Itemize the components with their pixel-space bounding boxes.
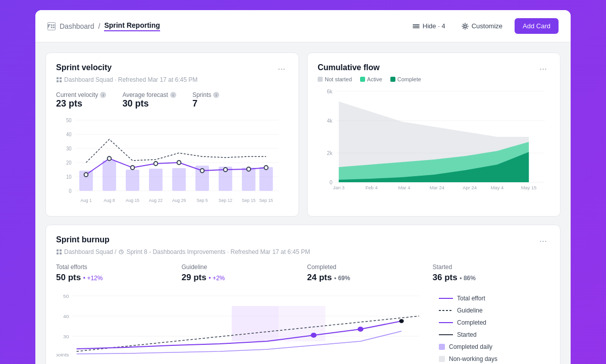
svg-point-30 <box>84 173 88 177</box>
svg-point-32 <box>131 166 135 170</box>
svg-text:Aug 1: Aug 1 <box>80 198 92 203</box>
svg-point-37 <box>247 167 251 171</box>
sprint-velocity-chart: 50 40 30 20 10 0 <box>56 115 288 206</box>
sprint-burnup-title: Sprint burnup <box>56 235 110 244</box>
legend-not-started: Not started <box>318 76 352 82</box>
cumulative-flow-chart: 6k 4k 2k 0 <box>318 86 550 177</box>
svg-text:40: 40 <box>63 314 69 319</box>
sprint-burnup-more-button[interactable]: ··· <box>536 235 550 246</box>
svg-text:Feb 4: Feb 4 <box>366 185 378 190</box>
sprint-icon <box>118 249 124 255</box>
svg-rect-29 <box>260 167 273 191</box>
hide-button[interactable]: Hide · 4 <box>409 19 449 33</box>
svg-rect-7 <box>57 80 59 82</box>
svg-rect-23 <box>126 170 139 191</box>
svg-rect-1 <box>53 24 55 26</box>
sprint-velocity-more-button[interactable]: ··· <box>275 63 288 74</box>
svg-text:6k: 6k <box>327 89 333 94</box>
svg-text:Aug 22: Aug 22 <box>149 198 163 203</box>
svg-rect-66 <box>60 252 62 254</box>
breadcrumb-separator: / <box>98 22 100 30</box>
svg-text:50: 50 <box>66 118 72 123</box>
current-velocity-stat: Current velocity i 23 pts <box>56 91 106 109</box>
burnup-stats: Total efforts 50 pts • +12% Guideline 29… <box>56 264 550 283</box>
sprint-burnup-meta: Dashboard Squad / Sprint 8 - Dashboards … <box>56 248 550 255</box>
sprint-velocity-header: Sprint velocity ··· <box>56 63 288 74</box>
svg-point-34 <box>177 161 181 165</box>
legend-active: Active <box>360 76 382 82</box>
legend-completed: Completed <box>439 319 550 326</box>
svg-rect-2 <box>51 26 53 28</box>
sprint-velocity-title: Sprint velocity <box>56 63 112 72</box>
svg-text:30: 30 <box>63 334 69 339</box>
sprint-burnup-header: Sprint burnup ··· <box>56 235 550 246</box>
svg-point-38 <box>264 166 268 170</box>
svg-rect-75 <box>232 306 279 341</box>
average-forecast-stat: Average forecast i 30 pts <box>122 91 176 109</box>
legend-complete: Complete <box>390 76 421 82</box>
svg-text:2k: 2k <box>327 150 333 156</box>
dashed-line-icon <box>439 309 453 311</box>
legend-total-effort: Total effort <box>439 295 550 302</box>
info-icon-2: i <box>170 92 176 98</box>
svg-point-36 <box>224 168 228 172</box>
svg-text:May 4: May 4 <box>491 185 504 190</box>
top-row: Sprint velocity ··· Dashboard Squad · Re… <box>45 53 561 217</box>
svg-point-79 <box>358 327 364 332</box>
started-stat: Started 36 pts • 86% <box>433 264 550 283</box>
info-icon: i <box>100 92 106 98</box>
content: Sprint velocity ··· Dashboard Squad · Re… <box>35 42 571 364</box>
dashboard-icon <box>47 22 56 30</box>
header-actions: Hide · 4 Customize Add Card <box>409 18 559 34</box>
svg-rect-76 <box>279 306 326 341</box>
svg-rect-6 <box>60 77 62 79</box>
legend-completed-daily: Completed daily <box>439 343 550 350</box>
burnup-legend: Total effort Guideline Completed Started <box>439 291 550 362</box>
svg-rect-63 <box>57 249 59 251</box>
svg-point-78 <box>311 333 317 338</box>
gear-icon <box>462 23 469 30</box>
current-velocity-value: 23 pts <box>56 98 106 109</box>
svg-point-33 <box>154 162 158 166</box>
burnup-bottom: 50 40 30 points <box>56 291 550 362</box>
sprint-burnup-card: Sprint burnup ··· Dashboard Squad / Spri… <box>45 225 561 364</box>
svg-text:20: 20 <box>66 160 72 166</box>
sprint-velocity-meta: Dashboard Squad · Refreshed Mar 17 at 6:… <box>56 76 288 83</box>
svg-point-35 <box>200 169 205 173</box>
svg-rect-25 <box>172 168 186 191</box>
svg-text:points: points <box>56 352 69 357</box>
dashboard-small-icon-2 <box>56 249 62 255</box>
svg-rect-65 <box>57 252 59 254</box>
sprints-stat: Sprints i 7 <box>192 91 219 109</box>
svg-text:0: 0 <box>69 188 72 194</box>
breadcrumb-current: Sprint Reporting <box>104 21 160 31</box>
cumulative-flow-header: Cumulative flow ··· <box>318 63 550 74</box>
svg-rect-64 <box>60 249 62 251</box>
svg-rect-22 <box>103 161 116 191</box>
completed-stat: Completed 24 pts • 69% <box>307 264 425 283</box>
sprint-velocity-stats: Current velocity i 23 pts Average foreca… <box>56 91 288 109</box>
svg-text:10: 10 <box>66 174 72 180</box>
svg-text:Aug 8: Aug 8 <box>104 198 115 203</box>
svg-text:50: 50 <box>63 294 69 299</box>
svg-rect-24 <box>149 169 163 191</box>
header: Dashboard / Sprint Reporting Hide · 4 Cu… <box>35 10 571 42</box>
svg-text:Sep 12: Sep 12 <box>219 198 232 203</box>
customize-button[interactable]: Customize <box>458 19 507 33</box>
svg-text:Mar 24: Mar 24 <box>430 185 444 190</box>
guideline-stat: Guideline 29 pts • +2% <box>182 264 299 283</box>
svg-point-4 <box>464 25 466 27</box>
breadcrumb-home[interactable]: Dashboard <box>60 22 94 30</box>
svg-rect-8 <box>60 80 62 82</box>
svg-text:30: 30 <box>66 146 72 151</box>
svg-text:Sep 15: Sep 15 <box>259 198 273 203</box>
total-efforts-stat: Total efforts 50 pts • +12% <box>56 264 174 283</box>
hide-icon <box>413 23 420 30</box>
cumulative-flow-more-button[interactable]: ··· <box>536 63 550 74</box>
add-card-button[interactable]: Add Card <box>515 18 559 34</box>
burnup-chart: 50 40 30 points <box>56 291 431 361</box>
svg-rect-0 <box>51 24 53 26</box>
legend-non-working-days: Non-working days <box>439 355 550 362</box>
svg-text:Aug 15: Aug 15 <box>126 198 139 203</box>
sprint-velocity-card: Sprint velocity ··· Dashboard Squad · Re… <box>45 53 299 217</box>
